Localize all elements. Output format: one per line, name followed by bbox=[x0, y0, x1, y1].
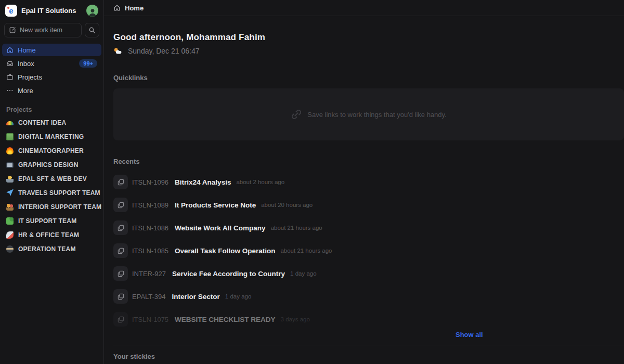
sidebar-item-label: More bbox=[18, 87, 33, 95]
project-item-content-idea[interactable]: CONTENT IDEA bbox=[2, 115, 101, 129]
breadcrumb: Home bbox=[104, 0, 624, 16]
rocket-icon bbox=[6, 231, 14, 239]
project-item-operation-team[interactable]: OPERATION TEAM bbox=[2, 242, 101, 256]
work-item-icon bbox=[113, 289, 128, 304]
recent-item-row[interactable]: ITSLN-1085 Overall Task Follow Operation… bbox=[113, 239, 624, 262]
breadcrumb-home[interactable]: Home bbox=[125, 4, 144, 12]
project-item-interior-support-team[interactable]: INTERIOR SUPPORT TEAM bbox=[2, 200, 101, 214]
search-icon bbox=[88, 27, 96, 34]
recent-item-row[interactable]: ITSLN-1086 Website Work All Company abou… bbox=[113, 216, 624, 239]
work-item-time: 1 day ago bbox=[225, 293, 252, 300]
date-row: Sunday, Dec 21 06:47 bbox=[113, 47, 624, 55]
recents-title: Recents bbox=[113, 158, 624, 165]
inbox-unread-badge: 99+ bbox=[79, 59, 97, 68]
fire-icon bbox=[6, 147, 14, 154]
work-item-time: about 21 hours ago bbox=[280, 248, 332, 254]
worker-icon bbox=[6, 175, 14, 183]
person-silhouette-icon bbox=[87, 7, 98, 17]
project-label: CINEMATOGRAPHER bbox=[18, 147, 84, 154]
workspace-name: Epal IT Solutions bbox=[21, 7, 76, 15]
quicklinks-title: Quicklinks bbox=[113, 74, 624, 82]
project-item-digital-marketing[interactable]: DIGITAL MARKETING bbox=[2, 129, 101, 144]
app-window: e Epal IT Solutions New work item bbox=[0, 0, 624, 364]
sidebar-item-label: Inbox bbox=[18, 60, 34, 68]
sidebar-item-label: Projects bbox=[18, 73, 42, 81]
new-work-item-button[interactable]: New work item bbox=[4, 23, 82, 37]
project-item-travels-support-team[interactable]: TRAVELS SUPPORT TEAM bbox=[2, 186, 101, 200]
work-item-id: EPALT-394 bbox=[132, 293, 166, 301]
airplane-icon bbox=[6, 189, 14, 197]
sidebar: e Epal IT Solutions New work item bbox=[0, 0, 104, 364]
work-item-id: ITSLN-1085 bbox=[132, 247, 168, 255]
work-item-icon bbox=[113, 266, 128, 281]
recents-list: ITSLN-1096 Bitrix24 Analysis about 2 hou… bbox=[113, 171, 624, 331]
work-item-title: Interior Sector bbox=[172, 293, 220, 301]
recent-item-row[interactable]: ITSLN-1096 Bitrix24 Analysis about 2 hou… bbox=[113, 171, 624, 193]
recent-item-row[interactable]: ITSLN-1075 WEBSITE CHECKLIST READY 3 day… bbox=[113, 308, 624, 331]
sidebar-item-more[interactable]: More bbox=[2, 84, 101, 97]
new-item-row: New work item bbox=[0, 21, 103, 37]
work-item-id: ITSLN-1086 bbox=[132, 224, 168, 232]
work-item-title: Service Fee According to Country bbox=[172, 270, 285, 278]
recent-item-row[interactable]: EPALT-394 Interior Sector 1 day ago bbox=[113, 285, 624, 308]
projects-list: CONTENT IDEA DIGITAL MARKETING CINEMATOG… bbox=[0, 115, 103, 256]
workspace-header[interactable]: e Epal IT Solutions bbox=[0, 0, 103, 21]
work-item-title: Overall Task Follow Operation bbox=[175, 247, 275, 255]
quicklinks-empty-text: Save links to work things that you'd lik… bbox=[307, 111, 446, 119]
home-content: Good afternoon, Mohammad Fahim Sunday, D… bbox=[104, 16, 624, 364]
workspace-logo-icon: e bbox=[5, 5, 17, 17]
project-item-graphics-design[interactable]: GRAPHICS DESIGN bbox=[2, 158, 101, 172]
stickies-section: Your stickies bbox=[113, 345, 624, 364]
project-item-epal-sft-web-dev[interactable]: EPAL SFT & WEB DEV bbox=[2, 172, 101, 186]
dots-icon bbox=[6, 87, 14, 94]
project-item-cinematographer[interactable]: CINEMATOGRAPHER bbox=[2, 144, 101, 158]
work-item-title: It Products Service Note bbox=[175, 201, 256, 209]
work-item-id: ITSLN-1096 bbox=[132, 178, 168, 186]
recent-item-row[interactable]: ITSLN-1089 It Products Service Note abou… bbox=[113, 193, 624, 216]
sidebar-item-projects[interactable]: Projects bbox=[2, 71, 101, 83]
recent-item-row[interactable]: INTER-927 Service Fee According to Count… bbox=[113, 262, 624, 285]
monitor-icon bbox=[6, 162, 14, 168]
projects-section-header: Projects bbox=[6, 106, 103, 113]
project-label: INTERIOR SUPPORT TEAM bbox=[18, 203, 101, 211]
sidebar-nav: Home Inbox 99+ P bbox=[2, 44, 101, 98]
user-avatar[interactable] bbox=[86, 5, 98, 17]
work-item-time: about 20 hours ago bbox=[261, 202, 313, 208]
project-item-hr-office-team[interactable]: HR & OFFICE TEAM bbox=[2, 228, 101, 242]
rainbow-icon bbox=[6, 121, 14, 125]
stickies-title: Your stickies bbox=[113, 353, 624, 360]
home-breadcrumb-icon bbox=[113, 4, 121, 11]
sidebar-item-label: Home bbox=[18, 46, 36, 54]
quicklinks-panel[interactable]: Save links to work things that you'd lik… bbox=[113, 88, 624, 140]
sun-behind-cloud-icon bbox=[113, 47, 123, 55]
work-item-icon bbox=[113, 312, 128, 327]
work-item-time: 1 day ago bbox=[290, 270, 317, 277]
project-label: GRAPHICS DESIGN bbox=[18, 161, 79, 168]
project-label: TRAVELS SUPPORT TEAM bbox=[18, 189, 100, 197]
project-label: HR & OFFICE TEAM bbox=[18, 231, 79, 239]
project-label: CONTENT IDEA bbox=[18, 119, 66, 126]
project-label: DIGITAL MARKETING bbox=[18, 133, 84, 140]
inbox-icon bbox=[6, 60, 14, 67]
compose-icon bbox=[9, 27, 16, 34]
home-icon bbox=[6, 46, 14, 54]
search-button[interactable] bbox=[85, 23, 99, 37]
work-item-id: ITSLN-1089 bbox=[132, 201, 168, 209]
work-item-time: 3 days ago bbox=[281, 316, 310, 322]
project-item-it-support-team[interactable]: IT SUPPORT TEAM bbox=[2, 214, 101, 228]
work-item-id: INTER-927 bbox=[132, 270, 166, 278]
ninja-icon bbox=[6, 245, 14, 253]
project-label: OPERATION TEAM bbox=[18, 245, 76, 253]
sidebar-item-home[interactable]: Home bbox=[2, 44, 101, 56]
briefcase-icon bbox=[6, 73, 14, 81]
work-item-title: Website Work All Company bbox=[175, 224, 266, 232]
link-icon bbox=[291, 109, 302, 120]
puzzle-icon bbox=[6, 217, 14, 225]
work-item-title: Bitrix24 Analysis bbox=[175, 178, 231, 186]
project-label: EPAL SFT & WEB DEV bbox=[18, 175, 87, 183]
sidebar-item-inbox[interactable]: Inbox 99+ bbox=[2, 57, 101, 70]
work-item-icon bbox=[113, 243, 128, 258]
work-item-time: about 21 hours ago bbox=[271, 225, 322, 231]
work-item-time: about 2 hours ago bbox=[236, 179, 284, 185]
show-all-link[interactable]: Show all bbox=[456, 331, 483, 339]
